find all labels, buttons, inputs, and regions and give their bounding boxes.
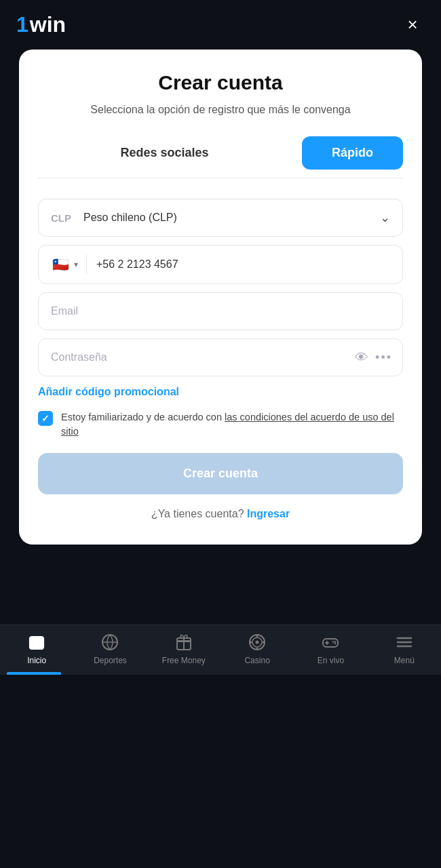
- nav-label-en-vivo: En vivo: [318, 656, 344, 665]
- logo: 1 win: [16, 12, 66, 37]
- login-prompt-text: ¿Ya tienes cuenta?: [151, 508, 244, 519]
- nav-label-menu: Menú: [394, 656, 415, 665]
- dots-icon[interactable]: •••: [375, 351, 392, 365]
- terms-link[interactable]: las condiciones del acuerdo de uso del s…: [61, 412, 394, 436]
- chevron-down-icon: ⌄: [380, 210, 390, 225]
- tab-rapido[interactable]: Rápido: [302, 136, 403, 170]
- svg-point-12: [263, 641, 265, 643]
- nav-item-menu[interactable]: Menú: [381, 632, 428, 665]
- checkmark-icon: ✓: [41, 413, 50, 424]
- promo-code-link[interactable]: Añadir código promocional: [38, 386, 179, 398]
- svg-point-11: [250, 641, 252, 643]
- country-flag: 🇨🇱: [51, 255, 70, 274]
- svg-rect-2: [30, 637, 43, 640]
- logo-1: 1: [16, 12, 28, 37]
- svg-rect-1: [33, 639, 40, 644]
- modal-card: Crear cuenta Selecciona la opción de reg…: [19, 50, 422, 545]
- svg-point-10: [256, 647, 258, 649]
- nav-item-en-vivo[interactable]: En vivo: [307, 632, 354, 665]
- modal-subtitle: Selecciona la opción de registro que más…: [38, 102, 403, 117]
- sports-icon: [100, 632, 120, 652]
- terms-text: Estoy familiarizado y de acuerdo con las…: [61, 410, 403, 438]
- flag-chevron-icon: ▾: [74, 260, 78, 269]
- controller-icon: [320, 632, 341, 652]
- nav-item-inicio[interactable]: Inicio: [13, 632, 60, 665]
- password-icons: 👁 •••: [355, 350, 392, 366]
- create-account-button[interactable]: Crear cuenta: [38, 453, 403, 494]
- terms-checkbox[interactable]: ✓: [38, 411, 53, 426]
- currency-name: Peso chileno (CLP): [83, 212, 177, 224]
- nav-label-deportes: Deportes: [94, 656, 127, 665]
- overlay-bg: Crear cuenta Selecciona la opción de reg…: [0, 50, 441, 564]
- login-prompt: ¿Ya tienes cuenta? Ingresar: [38, 508, 403, 520]
- header: 1 win ×: [0, 0, 441, 50]
- phone-field: 🇨🇱 ▾: [38, 245, 403, 284]
- terms-row: ✓ Estoy familiarizado y de acuerdo con l…: [38, 410, 403, 438]
- svg-point-15: [334, 643, 336, 644]
- nav-item-casino[interactable]: Casino: [233, 632, 281, 665]
- currency-selector[interactable]: CLP Peso chileno (CLP) ⌄: [38, 199, 403, 237]
- logo-win: win: [30, 12, 66, 37]
- gift-icon: [174, 632, 194, 652]
- password-input[interactable]: [38, 338, 403, 376]
- form-fields: CLP Peso chileno (CLP) ⌄ 🇨🇱 ▾ 👁: [38, 199, 403, 376]
- svg-point-17: [334, 641, 336, 642]
- email-input[interactable]: [38, 292, 403, 330]
- svg-point-9: [256, 635, 258, 637]
- nav-item-deportes[interactable]: Deportes: [86, 632, 134, 665]
- modal-title: Crear cuenta: [38, 71, 403, 94]
- svg-point-8: [256, 640, 259, 644]
- phone-input[interactable]: [96, 258, 390, 271]
- bottom-nav: Inicio Deportes Free Money: [0, 625, 441, 675]
- casino-icon: [247, 632, 267, 652]
- tab-social[interactable]: Redes sociales: [38, 146, 291, 160]
- nav-label-casino: Casino: [244, 656, 269, 665]
- home-icon: [26, 632, 47, 652]
- nav-label-free-money: Free Money: [162, 656, 206, 665]
- svg-point-14: [332, 641, 334, 642]
- nav-label-inicio: Inicio: [27, 656, 46, 665]
- menu-icon: [394, 632, 415, 652]
- close-button[interactable]: ×: [400, 13, 425, 37]
- currency-code: CLP: [51, 212, 71, 224]
- tab-bar: Redes sociales Rápido: [38, 136, 403, 178]
- password-wrap: 👁 •••: [38, 338, 403, 376]
- login-link[interactable]: Ingresar: [247, 508, 290, 519]
- nav-item-free-money[interactable]: Free Money: [160, 632, 208, 665]
- country-selector[interactable]: 🇨🇱 ▾: [51, 255, 87, 274]
- eye-icon[interactable]: 👁: [355, 350, 368, 366]
